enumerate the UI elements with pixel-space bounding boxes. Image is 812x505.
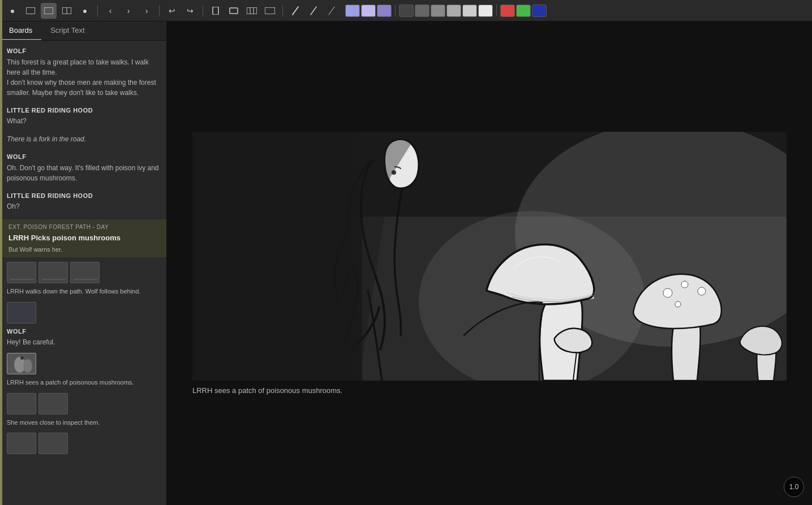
character-wolf-3: WOLF xyxy=(7,327,160,336)
svg-line-13 xyxy=(329,7,334,15)
svg-rect-10 xyxy=(265,7,275,14)
thumb-1c[interactable] xyxy=(70,262,100,283)
svg-point-24 xyxy=(20,356,24,360)
tab-boards[interactable]: Boards xyxy=(0,21,41,40)
svg-rect-18 xyxy=(71,262,100,283)
script-block-wolf-1: WOLF This forest is a great place to tak… xyxy=(7,46,160,98)
undo-button[interactable]: ↩ xyxy=(164,3,180,19)
right-panel[interactable]: LRRH sees a patch of poisonous mushrooms… xyxy=(167,21,812,505)
lrrh-line-1: What? xyxy=(7,116,160,126)
thumb-row-4 xyxy=(7,393,160,415)
main-layout: Boards Script Text WOLF This forest is a… xyxy=(0,21,812,505)
brush-button[interactable] xyxy=(287,3,303,19)
color-blue-dark[interactable] xyxy=(532,5,547,17)
svg-rect-25 xyxy=(7,394,36,415)
svg-rect-6 xyxy=(230,8,238,14)
sep2 xyxy=(159,5,160,16)
color-sep2 xyxy=(496,5,497,16)
forward-button[interactable]: › xyxy=(139,3,154,19)
toolbar: ● ● ‹ › › ↩ ↪ xyxy=(0,0,812,21)
scene-header: EXT. POISON FOREST PATH - DAY LRRH Picks… xyxy=(0,219,166,257)
canvas-drawing xyxy=(192,132,787,381)
line-tool-button[interactable] xyxy=(324,3,340,19)
panel-button[interactable] xyxy=(262,3,278,19)
thumb-5b[interactable] xyxy=(38,433,68,454)
thumb-4a[interactable] xyxy=(7,393,36,415)
svg-line-11 xyxy=(293,7,298,15)
svg-rect-2 xyxy=(44,7,53,14)
svg-line-12 xyxy=(311,7,316,15)
color-lavender[interactable] xyxy=(345,5,360,17)
svg-rect-26 xyxy=(39,394,68,415)
svg-rect-0 xyxy=(26,7,35,14)
sep4 xyxy=(282,5,283,16)
character-wolf-1: WOLF xyxy=(7,46,160,56)
svg-point-35 xyxy=(698,287,706,295)
panel-caption-1: LRRH walks down the path. Wolf follows b… xyxy=(7,287,160,296)
wolf-line-4: Hey! Be careful. xyxy=(7,337,160,347)
script-block-lrrh-1: LITTLE RED RIDING HOOD What? xyxy=(7,106,160,127)
svg-rect-27 xyxy=(7,433,36,454)
thumb-row-1 xyxy=(7,262,160,283)
wolf-line-2: I don't know why those men are making th… xyxy=(7,77,160,98)
frame-button[interactable] xyxy=(41,3,57,19)
color-purple-light[interactable] xyxy=(361,5,376,17)
svg-rect-16 xyxy=(39,262,68,283)
screen-button[interactable] xyxy=(23,3,38,19)
thumb-row-2 xyxy=(7,302,160,323)
svg-point-34 xyxy=(681,281,688,288)
redo-button[interactable]: ↪ xyxy=(182,3,198,19)
thumb-1b[interactable] xyxy=(38,262,68,283)
pen-button[interactable] xyxy=(306,3,321,19)
layout-button[interactable] xyxy=(244,3,260,19)
svg-rect-28 xyxy=(39,433,68,454)
script-block-wolf-2: WOLF Oh. Don't go that way. It's filled … xyxy=(7,152,160,183)
color-green[interactable] xyxy=(516,5,531,17)
lrrh-line-2: Oh? xyxy=(7,201,160,212)
record-button[interactable]: ● xyxy=(5,3,20,19)
color-dark-mid[interactable] xyxy=(415,5,429,17)
svg-rect-14 xyxy=(7,262,36,283)
tab-script-text[interactable]: Script Text xyxy=(41,21,93,40)
svg-point-36 xyxy=(675,301,681,307)
character-lrrh-1: LITTLE RED RIDING HOOD xyxy=(7,106,160,115)
thumb-3a[interactable] xyxy=(7,353,36,374)
main-canvas[interactable] xyxy=(192,132,787,381)
zoom-badge: 1.0 xyxy=(784,477,804,497)
prev-button[interactable]: ‹ xyxy=(102,3,118,19)
dot-button[interactable]: ● xyxy=(77,3,93,19)
scene-action: LRRH Picks poison mushrooms xyxy=(8,232,160,244)
color-white[interactable] xyxy=(462,5,477,17)
color-red[interactable] xyxy=(500,5,515,17)
thumb-row-3 xyxy=(7,353,160,374)
script-area[interactable]: WOLF This forest is a great place to tak… xyxy=(0,41,166,505)
color-purple-mid[interactable] xyxy=(377,5,392,17)
color-dark[interactable] xyxy=(399,5,414,17)
crop-alt-button[interactable] xyxy=(226,3,242,19)
action-fork: There is a fork in the road. xyxy=(7,134,160,144)
svg-rect-5 xyxy=(213,7,218,15)
color-light[interactable] xyxy=(446,5,461,17)
left-panel: Boards Script Text WOLF This forest is a… xyxy=(0,21,167,505)
script-block-wolf-3: WOLF Hey! Be careful. xyxy=(7,327,160,348)
panel-caption-3: LRRH sees a patch of poisonous mushrooms… xyxy=(7,378,160,387)
frame-alt-button[interactable] xyxy=(59,3,75,19)
sep1 xyxy=(97,5,98,16)
next-button[interactable]: › xyxy=(121,3,136,19)
thumb-4b[interactable] xyxy=(38,393,68,415)
thumb-1a[interactable] xyxy=(7,262,36,283)
sep3 xyxy=(203,5,203,16)
thumb-row-5 xyxy=(7,433,160,454)
wolf-line-1: This forest is a great place to take wal… xyxy=(7,57,160,77)
color-swatches xyxy=(345,5,547,17)
wolf-line-3: Oh. Don't go that way. It's filled with … xyxy=(7,163,160,183)
thumb-5a[interactable] xyxy=(7,433,36,454)
scene-slug: EXT. POISON FOREST PATH - DAY xyxy=(8,223,160,231)
svg-rect-20 xyxy=(7,303,36,323)
thumb-2a[interactable] xyxy=(7,302,36,323)
svg-point-33 xyxy=(663,288,672,297)
panel-caption-4: She moves close to inspect them. xyxy=(7,418,160,428)
crop-button[interactable] xyxy=(208,3,224,19)
color-gray[interactable] xyxy=(431,5,445,17)
color-white2[interactable] xyxy=(478,5,493,17)
